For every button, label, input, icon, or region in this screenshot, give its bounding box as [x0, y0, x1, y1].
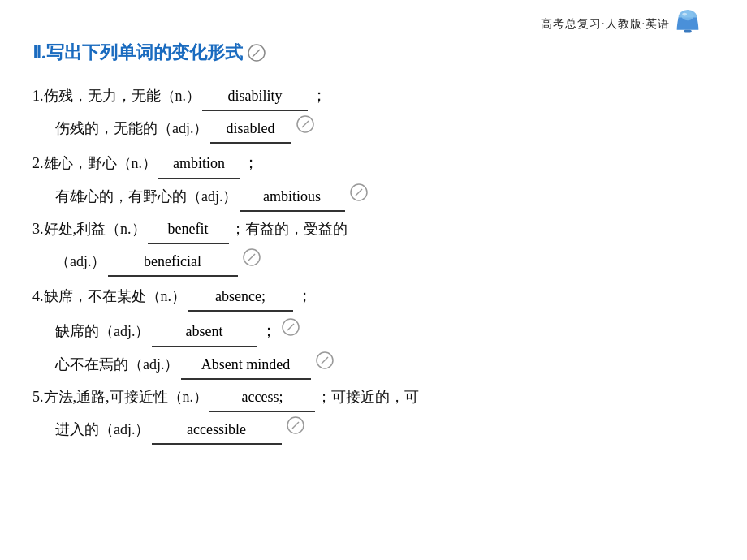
item-4-line1: 4.缺席，不在某处（n.） absence; ； — [32, 280, 715, 312]
section-heading: Ⅱ.写出下列单词的变化形式 — [32, 41, 715, 65]
item-1-edit-icon — [296, 115, 314, 133]
item-4-answer2: absent — [152, 317, 257, 347]
svg-point-2 — [681, 11, 693, 20]
svg-line-12 — [248, 254, 255, 261]
item-4-answer1: absence; — [188, 282, 293, 312]
item-3-line2-prefix: （adj.） — [55, 248, 106, 275]
content-area: 1.伤残，无力，无能（n.） disability ； 伤残的，无能的（adj.… — [32, 80, 715, 445]
item-3-answer2: beneficial — [108, 248, 238, 277]
item-4-edit-icon — [282, 318, 300, 336]
item-4-semicolon2: ； — [261, 315, 277, 346]
item-4-prefix: 4.缺席，不在某处（n.） — [32, 282, 186, 310]
item-2-semicolon: ； — [243, 147, 259, 178]
item-3-edit-icon — [243, 248, 261, 266]
item-5-line2-prefix: 进入的（adj.） — [55, 416, 150, 443]
svg-line-5 — [253, 50, 260, 56]
item-4-line3-prefix: 心不在焉的（adj.） — [55, 351, 179, 378]
svg-rect-1 — [684, 30, 692, 33]
item-3-line1: 3.好处,利益（n.） benefit ；有益的，受益的 — [32, 215, 715, 244]
item-2-answer1: ambition — [158, 149, 240, 179]
item-1-answer2: disabled — [210, 114, 291, 144]
item-4-line3: 心不在焉的（adj.） Absent minded — [32, 351, 715, 380]
svg-point-3 — [682, 13, 687, 16]
brand-text: 高考总复习·人教版·英语 — [541, 17, 670, 32]
item-2-edit-icon — [350, 183, 368, 201]
svg-line-6 — [253, 56, 253, 57]
heading-edit-icon — [248, 44, 266, 62]
item-5-answer1: access; — [209, 383, 315, 412]
item-4-line2-prefix: 缺席的（adj.） — [55, 317, 150, 345]
item-3-line2: （adj.） beneficial — [32, 248, 715, 277]
item-4-line2: 缺席的（adj.） absent ； — [32, 315, 715, 347]
item-5-line1: 5.方法,通路,可接近性（n.） access; ；可接近的，可 — [32, 383, 715, 412]
item-2-line1: 2.雄心，野心（n.） ambition ； — [32, 147, 715, 179]
item-5-line2: 进入的（adj.） accessible — [32, 416, 715, 445]
item-5-answer2: accessible — [152, 416, 282, 445]
item-5-suffix: ；可接近的，可 — [317, 383, 419, 411]
item-4-answer3: Absent minded — [181, 351, 311, 380]
item-4-semicolon: ； — [296, 280, 313, 311]
item-1-line1: 1.伤残，无力，无能（n.） disability ； — [32, 80, 715, 111]
item-3-answer1: benefit — [148, 215, 229, 244]
svg-line-18 — [292, 422, 299, 429]
svg-line-16 — [322, 357, 328, 364]
svg-line-10 — [356, 189, 362, 196]
item-2-answer2: ambitious — [240, 183, 345, 212]
page-container: 高考总复习·人教版·英语 Ⅱ.写出下列单词的变化形式 1.伤残，无力，无能（n.… — [0, 0, 747, 560]
item-1-answer1: disability — [202, 82, 308, 111]
item-2-line2: 有雄心的，有野心的（adj.） ambitious — [32, 183, 715, 212]
item-1-semicolon: ； — [311, 80, 327, 110]
svg-line-8 — [302, 121, 309, 127]
item-2-prefix: 2.雄心，野心（n.） — [32, 149, 157, 177]
item-5-edit-icon — [287, 416, 304, 434]
section-heading-text: Ⅱ.写出下列单词的变化形式 — [32, 41, 243, 65]
item-1-prefix: 1.伤残，无力，无能（n.） — [32, 82, 201, 110]
brand-icon — [673, 8, 702, 41]
item-5-prefix: 5.方法,通路,可接近性（n.） — [32, 383, 208, 411]
item-3-prefix: 3.好处,利益（n.） — [32, 215, 146, 243]
svg-line-14 — [287, 324, 294, 330]
brand-bar: 高考总复习·人教版·英语 — [541, 8, 702, 41]
item-3-suffix: ；有益的，受益的 — [231, 215, 348, 243]
item-1-line2: 伤残的，无能的（adj.） disabled — [32, 114, 715, 144]
item-2-line2-prefix: 有雄心的，有野心的（adj.） — [55, 183, 238, 210]
item-4-edit-icon2 — [316, 351, 334, 369]
item-1-line2-prefix: 伤残的，无能的（adj.） — [55, 114, 209, 142]
